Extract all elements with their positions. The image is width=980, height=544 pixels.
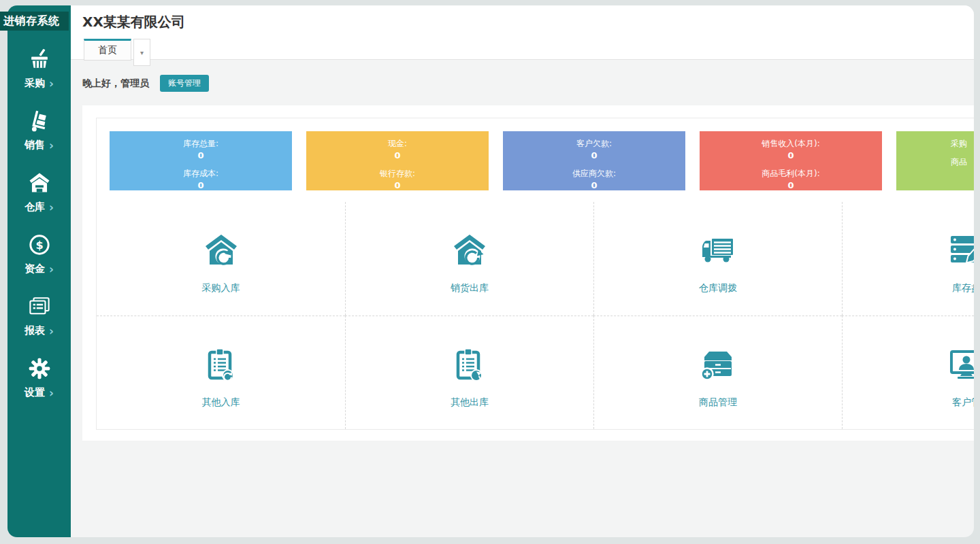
- stat-label: 采购: [951, 138, 974, 150]
- shortcut-goods-manage[interactable]: 商品管理: [593, 316, 842, 429]
- gear-icon: [28, 357, 51, 380]
- sidebar-item-label: 报表: [24, 324, 45, 337]
- tab-bar: 首页 ▾: [71, 39, 974, 60]
- sidebar-item-sales[interactable]: 销售 ›: [7, 109, 71, 171]
- tab-dropdown-button[interactable]: ▾: [133, 39, 150, 66]
- stat-value: 0: [306, 150, 489, 161]
- caret-down-icon: ▾: [140, 49, 144, 56]
- stat-label: 库存成本:: [110, 168, 292, 180]
- dashboard-panel: 库存总量: 0 库存成本: 0 现金: 0 银行存款: 0 客户欠款: 0 供应…: [82, 105, 974, 441]
- stat-card-monthly-sales: 销售收入(本月): 0 商品毛利(本月): 0: [700, 131, 882, 190]
- chevron-right-icon: ›: [49, 388, 54, 398]
- shortcut-label: 客户管: [952, 396, 974, 409]
- warehouse-transfer-icon: [700, 233, 736, 268]
- svg-text:$: $: [35, 239, 43, 252]
- stat-value: 0: [110, 150, 292, 161]
- stat-card-inventory: 库存总量: 0 库存成本: 0: [110, 131, 292, 190]
- sidebar-item-warehouse[interactable]: 仓库 ›: [7, 171, 71, 233]
- shortcut-label: 商品管理: [699, 396, 737, 409]
- shortcut-sales-out[interactable]: 销货出库: [345, 202, 593, 316]
- shortcut-label: 销货出库: [451, 282, 489, 294]
- stat-value: 0: [503, 180, 685, 191]
- stat-label: 客户欠款:: [503, 138, 685, 150]
- stat-label: 商品: [951, 156, 974, 168]
- shortcut-purchase-in[interactable]: 采购入库: [97, 202, 345, 316]
- page-background: { "app": { "system_name": "进销存系统" }, "si…: [0, 0, 980, 544]
- customer-manage-icon: [949, 347, 974, 382]
- other-in-icon: [203, 347, 239, 382]
- shortcut-other-out[interactable]: 其他出库: [345, 316, 593, 429]
- stat-card-purchase-clipped: 采购 商品: [896, 131, 974, 190]
- sidebar-item-label: 采购: [24, 77, 45, 90]
- shortcut-grid: 采购入库 销货出库: [97, 202, 974, 429]
- stat-label: 现金:: [306, 138, 489, 150]
- stat-value: 0: [306, 180, 489, 191]
- stat-card-receivables: 客户欠款: 0 供应商欠款: 0: [503, 131, 685, 190]
- stat-card-cash: 现金: 0 银行存款: 0: [306, 131, 489, 190]
- dollar-icon: $: [28, 233, 51, 256]
- chevron-right-icon: ›: [49, 265, 54, 274]
- sidebar-item-settings[interactable]: 设置 ›: [7, 357, 71, 419]
- sidebar-item-label: 设置: [24, 386, 45, 399]
- chevron-right-icon: ›: [49, 326, 54, 336]
- chevron-right-icon: ›: [49, 203, 54, 212]
- stat-cards-row: 库存总量: 0 库存成本: 0 现金: 0 银行存款: 0 客户欠款: 0 供应…: [110, 131, 974, 190]
- stat-value: 0: [700, 180, 882, 191]
- account-manage-button[interactable]: 账号管理: [160, 75, 209, 92]
- shortcut-label: 其他入库: [202, 396, 240, 409]
- stat-label: 销售收入(本月):: [700, 138, 882, 150]
- stat-value: 0: [700, 150, 882, 161]
- goods-manage-icon: [700, 347, 736, 382]
- sidebar: 采购 › 销售 ›: [7, 5, 71, 537]
- shortcut-stocktaking[interactable]: 库存盘: [842, 202, 974, 316]
- shortcut-label: 其他出库: [451, 396, 489, 409]
- shortcut-customer-manage[interactable]: 客户管: [842, 316, 974, 429]
- sidebar-item-label: 销售: [24, 139, 45, 152]
- other-out-icon: [452, 347, 487, 382]
- sidebar-item-label: 资金: [24, 262, 45, 275]
- purchase-in-icon: [203, 233, 239, 268]
- tab-home[interactable]: 首页: [84, 39, 131, 61]
- chevron-right-icon: ›: [49, 79, 54, 88]
- stat-label: 供应商欠款:: [503, 168, 685, 180]
- company-title: XX某某有限公司: [82, 13, 185, 31]
- stat-value: 0: [503, 150, 685, 161]
- sales-out-icon: [452, 233, 487, 268]
- stat-label: 库存总量:: [110, 138, 292, 150]
- trolley-icon: [28, 109, 51, 133]
- shortcut-label: 库存盘: [952, 282, 974, 294]
- greeting-text: 晚上好，管理员: [82, 78, 149, 90]
- stat-label: 商品毛利(本月):: [700, 168, 882, 180]
- sidebar-item-funds[interactable]: $ 资金 ›: [7, 233, 71, 295]
- report-icon: [28, 295, 51, 318]
- window-header: XX某某有限公司: [71, 5, 974, 39]
- stat-value: 0: [110, 180, 292, 191]
- stocktaking-icon: [949, 233, 974, 268]
- sidebar-item-purchase[interactable]: 采购 ›: [7, 48, 71, 109]
- stat-label: 银行存款:: [306, 168, 489, 180]
- shortcut-warehouse-transfer[interactable]: 仓库调拨: [593, 202, 842, 316]
- shortcut-other-in[interactable]: 其他入库: [97, 316, 345, 429]
- shortcut-label: 采购入库: [202, 282, 240, 294]
- dashboard-panel-inner: 库存总量: 0 库存成本: 0 现金: 0 银行存款: 0 客户欠款: 0 供应…: [96, 118, 974, 430]
- sidebar-item-label: 仓库: [24, 201, 45, 214]
- main-window: XX某某有限公司 首页 ▾ 晚上好，管理员 账号管理 库存总量: 0 库存成本:…: [71, 5, 974, 537]
- basket-icon: [28, 48, 51, 71]
- sidebar-item-reports[interactable]: 报表 ›: [7, 295, 71, 357]
- greeting-row: 晚上好，管理员 账号管理: [82, 75, 209, 92]
- shortcut-label: 仓库调拨: [699, 282, 737, 294]
- chevron-right-icon: ›: [49, 141, 54, 150]
- warehouse-icon: [28, 171, 51, 194]
- sidebar-menu: 采购 › 销售 ›: [7, 48, 71, 419]
- system-name-badge: 进销存系统: [0, 12, 69, 31]
